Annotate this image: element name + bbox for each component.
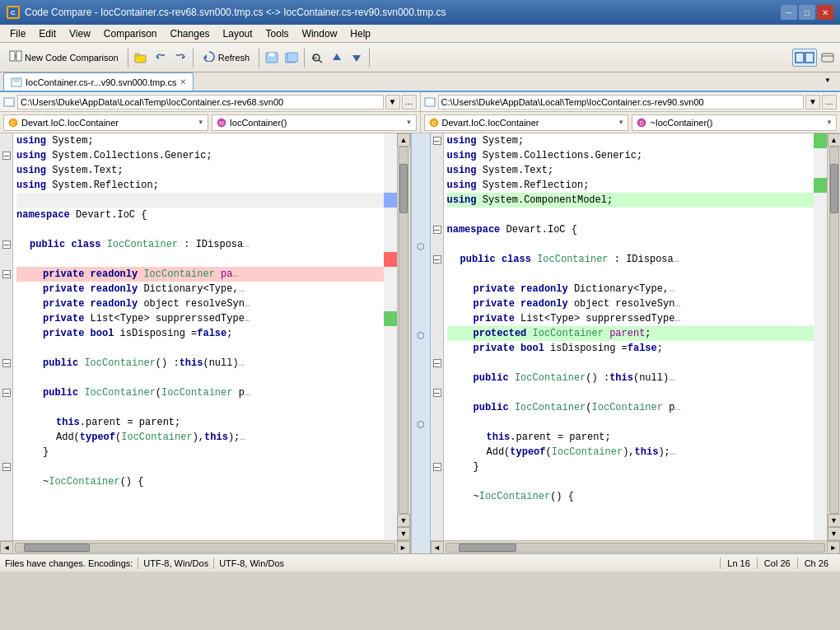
diff-nav-3[interactable]: ⬡ (413, 417, 428, 432)
menu-window[interactable]: Window (296, 26, 344, 41)
rlg-expand-5[interactable]: ─ (431, 385, 444, 400)
save-all-button[interactable] (282, 49, 301, 67)
rlg-expand-2[interactable]: ─ (431, 222, 444, 237)
refresh-icon (203, 50, 216, 64)
diff-nav-2[interactable]: ⬡ (413, 328, 428, 343)
lg-expand-6[interactable]: ─ (0, 460, 13, 474)
lg-expand-1[interactable]: ─ (0, 148, 13, 163)
rlg-expand-6[interactable]: ─ (431, 460, 444, 474)
menu-layout[interactable]: Layout (217, 26, 259, 41)
left-code-area[interactable]: using System; using System.Collections.G… (13, 133, 384, 540)
right-hscroll-thumb[interactable] (459, 544, 516, 552)
open-button[interactable] (132, 49, 150, 67)
left-symbol-arrow: ▼ (198, 119, 204, 126)
left-hscroll-track[interactable] (15, 543, 395, 553)
right-vscroll-thumb[interactable] (830, 164, 838, 213)
left-vscroll-bottom[interactable]: ▼ (397, 527, 410, 540)
menu-changes[interactable]: Changes (164, 26, 217, 41)
right-vscroll[interactable]: ▲ ▼ ▼ (827, 133, 840, 540)
left-vscroll-track[interactable] (399, 147, 408, 514)
new-comparison-button[interactable]: New Code Comparison (3, 46, 124, 69)
maximize-button[interactable]: □ (799, 5, 815, 20)
left-function-select[interactable]: M IocContainer() ▼ (212, 114, 417, 131)
left-vscroll-up[interactable]: ▲ (397, 133, 410, 147)
menu-tools[interactable]: Tools (259, 26, 296, 41)
rlg-expand-1[interactable]: ─ (431, 133, 444, 148)
lg-8 (0, 282, 13, 296)
rlg-expand-3[interactable]: ─ (431, 252, 444, 267)
right-hscroll-left[interactable]: ◄ (431, 541, 444, 554)
right-path-browse[interactable]: … (822, 95, 837, 110)
diff-connector: ⬡ ⬡ ⬡ (411, 133, 431, 553)
rlg-11 (431, 326, 444, 341)
lg-expand-4[interactable]: ─ (0, 356, 13, 371)
toolbar-sep-5 (369, 48, 370, 68)
right-path-dropdown[interactable]: ▼ (805, 95, 820, 110)
svg-marker-17 (333, 54, 341, 60)
right-vscroll-down[interactable]: ▼ (828, 514, 841, 527)
left-hscroll-left[interactable]: ◄ (0, 541, 13, 554)
right-code-lines: using System; using System.Collections.G… (444, 133, 814, 540)
right-hscroll[interactable]: ◄ ► (431, 540, 841, 553)
layout-button[interactable] (792, 49, 817, 67)
rlg-7 (431, 267, 444, 282)
right-vscroll-track[interactable] (829, 147, 839, 514)
menu-comparison[interactable]: Comparison (97, 26, 164, 41)
left-line-21: Add(typeof(IocContainer), this);… (16, 430, 384, 445)
lg-expand-5[interactable]: ─ (0, 385, 13, 400)
right-hscroll-track[interactable] (446, 543, 826, 553)
left-path-dropdown[interactable]: ▼ (385, 95, 400, 110)
lg-1 (0, 133, 13, 148)
left-function-icon: M (216, 117, 227, 128)
nav-prev-button[interactable] (328, 49, 346, 67)
left-line-19 (16, 400, 384, 415)
find-button[interactable]: ab (308, 49, 326, 67)
left-line-18: public IocContainer(IocContainer p… (16, 385, 384, 400)
right-symbol-select[interactable]: C Devart.IoC.IocContainer ▼ (424, 114, 629, 131)
left-line-17 (16, 371, 384, 385)
lg-expand-2[interactable]: ─ (0, 237, 13, 252)
left-vscroll-thumb[interactable] (399, 164, 408, 213)
left-hscroll-thumb[interactable] (24, 544, 90, 552)
right-line-21: this.parent = parent; (447, 430, 814, 445)
rlg-expand-4[interactable]: ─ (431, 356, 444, 371)
refresh-button[interactable]: Refresh (197, 46, 256, 69)
main-tab[interactable]: IocContainer.cs-r...v90.svn000.tmp.cs ✕ (3, 72, 194, 91)
menu-view[interactable]: View (63, 26, 97, 41)
right-hscroll-right[interactable]: ► (827, 541, 840, 554)
tab-close-button[interactable]: ✕ (180, 77, 186, 86)
right-vscroll-up[interactable]: ▲ (828, 133, 841, 147)
tab-dropdown-button[interactable]: ▼ (819, 71, 837, 89)
menu-edit[interactable]: Edit (32, 26, 63, 41)
right-vscroll-bottom[interactable]: ▼ (828, 527, 841, 540)
save-button[interactable] (263, 49, 281, 67)
left-path-input[interactable] (17, 95, 384, 110)
left-symbol-select[interactable]: C Devart.IoC.IocContainer ▼ (3, 114, 208, 131)
refresh-label: Refresh (218, 53, 250, 63)
left-vscroll-down[interactable]: ▼ (397, 514, 410, 527)
nav-next-button[interactable] (348, 49, 366, 67)
left-line-10: private readonly IocContainer pa… (16, 267, 384, 282)
menu-help[interactable]: Help (343, 26, 377, 41)
svg-rect-27 (425, 98, 435, 106)
menu-file[interactable]: File (3, 26, 32, 41)
close-button[interactable]: ✕ (817, 5, 833, 20)
left-hscroll[interactable]: ◄ ► (0, 540, 410, 553)
right-function-select[interactable]: D ~IocContainer() ▼ (632, 114, 837, 131)
left-line-22: } (16, 445, 384, 460)
rlg-10 (431, 311, 444, 326)
right-code-area[interactable]: using System; using System.Collections.G… (444, 133, 814, 540)
diff-nav-1[interactable]: ⬡ (413, 239, 428, 254)
right-change-gutter: ─ ─ ─ ─ ─ (431, 133, 444, 540)
undo-button[interactable] (152, 49, 170, 67)
lg-expand-3[interactable]: ─ (0, 267, 13, 282)
lg-6 (0, 222, 13, 237)
right-path-input[interactable] (438, 95, 805, 110)
status-sep-2 (213, 558, 214, 569)
left-path-browse[interactable]: … (402, 95, 417, 110)
left-hscroll-right[interactable]: ► (397, 541, 410, 554)
settings-button[interactable] (819, 49, 837, 67)
left-vscroll[interactable]: ▲ ▼ ▼ (397, 133, 410, 540)
minimize-button[interactable]: ─ (781, 5, 797, 20)
redo-button[interactable] (171, 49, 189, 67)
